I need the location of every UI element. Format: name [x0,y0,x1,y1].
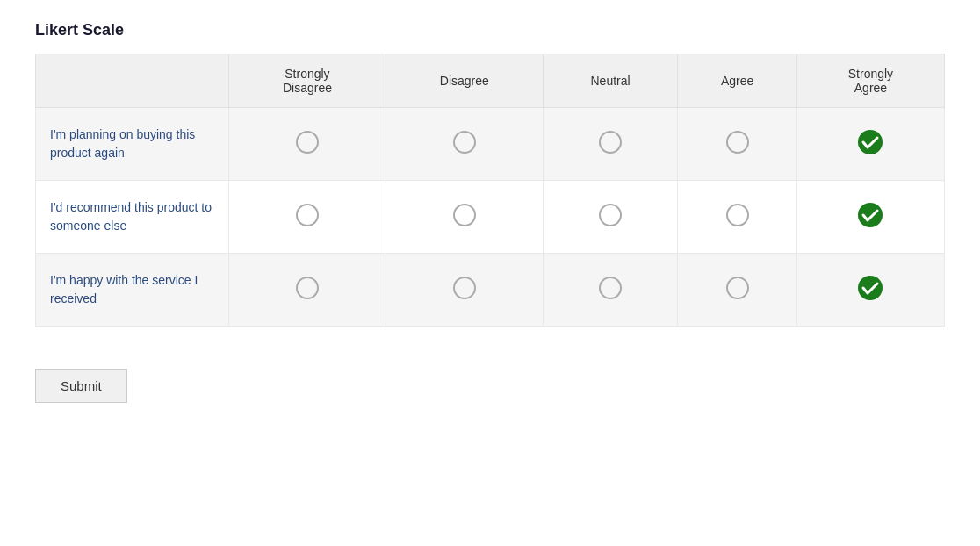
submit-button[interactable]: Submit [35,369,127,403]
row-0-option-a[interactable] [678,108,797,181]
checked-radio-icon [857,275,883,301]
checked-radio-icon [857,129,883,155]
unchecked-radio-icon[interactable] [599,131,622,154]
row-2-option-sd[interactable] [229,254,386,327]
likert-table: StronglyDisagree Disagree Neutral Agree … [35,54,945,327]
row-2-option-sa[interactable] [796,254,944,327]
unchecked-radio-icon[interactable] [296,204,319,226]
row-0-question: I'm planning on buying this product agai… [36,108,229,181]
row-1-option-sd[interactable] [229,181,386,254]
row-0-option-d[interactable] [386,108,543,181]
table-row: I'd recommend this product to someone el… [36,181,945,254]
row-1-option-a[interactable] [678,181,797,254]
table-row: I'm planning on buying this product agai… [36,108,945,181]
unchecked-radio-icon[interactable] [453,131,476,154]
row-0-option-n[interactable] [543,108,678,181]
row-1-option-d[interactable] [386,181,543,254]
svg-point-0 [858,130,883,154]
unchecked-radio-icon[interactable] [296,131,319,154]
unchecked-radio-icon[interactable] [726,204,749,226]
col-header-strongly-agree: StronglyAgree [796,54,944,108]
table-header-row: StronglyDisagree Disagree Neutral Agree … [36,54,945,108]
row-0-option-sd[interactable] [229,108,386,181]
row-1-question: I'd recommend this product to someone el… [36,181,229,254]
row-0-option-sa[interactable] [796,108,944,181]
row-2-question: I'm happy with the service I received [36,254,229,327]
unchecked-radio-icon[interactable] [599,204,622,226]
unchecked-radio-icon[interactable] [296,277,319,299]
col-header-agree: Agree [678,54,797,108]
svg-point-1 [858,203,883,227]
row-2-option-a[interactable] [678,254,797,327]
row-2-option-n[interactable] [543,254,678,327]
unchecked-radio-icon[interactable] [599,277,622,299]
unchecked-radio-icon[interactable] [453,204,476,226]
svg-point-2 [858,276,883,300]
row-2-option-d[interactable] [386,254,543,327]
col-header-neutral: Neutral [543,54,678,108]
table-row: I'm happy with the service I received [36,254,945,327]
unchecked-radio-icon[interactable] [453,277,476,299]
col-header-disagree: Disagree [386,54,543,108]
page-title: Likert Scale [35,21,945,40]
unchecked-radio-icon[interactable] [726,131,749,154]
unchecked-radio-icon[interactable] [726,277,749,299]
row-1-option-n[interactable] [543,181,678,254]
checked-radio-icon [857,202,883,228]
col-header-strongly-disagree: StronglyDisagree [229,54,386,108]
row-1-option-sa[interactable] [796,181,944,254]
col-header-question [36,54,229,108]
likert-scale-container: Likert Scale StronglyDisagree Disagree N… [35,21,945,403]
